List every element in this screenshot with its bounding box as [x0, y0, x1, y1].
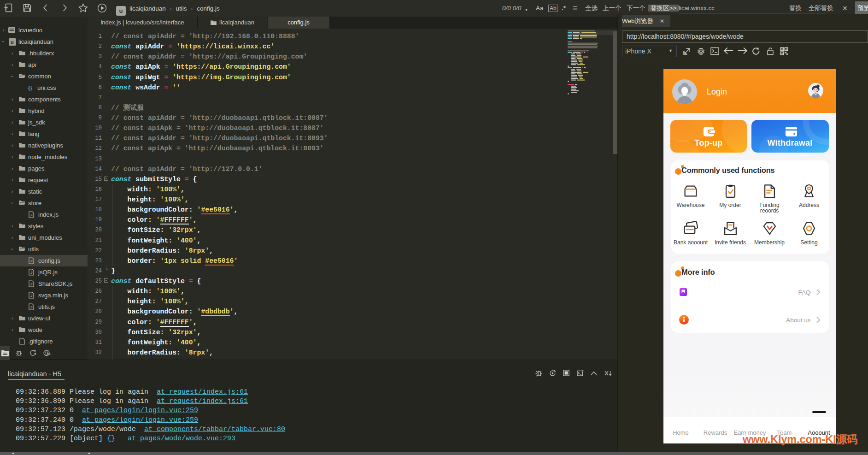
svg-text:J: J: [30, 259, 32, 263]
svg-text:J: J: [30, 282, 32, 286]
svg-text:J: J: [30, 271, 32, 275]
svg-text:J: J: [30, 294, 32, 298]
svg-text:J: J: [30, 213, 32, 217]
svg-text:u: u: [11, 39, 14, 45]
svg-text:J: J: [30, 305, 32, 309]
